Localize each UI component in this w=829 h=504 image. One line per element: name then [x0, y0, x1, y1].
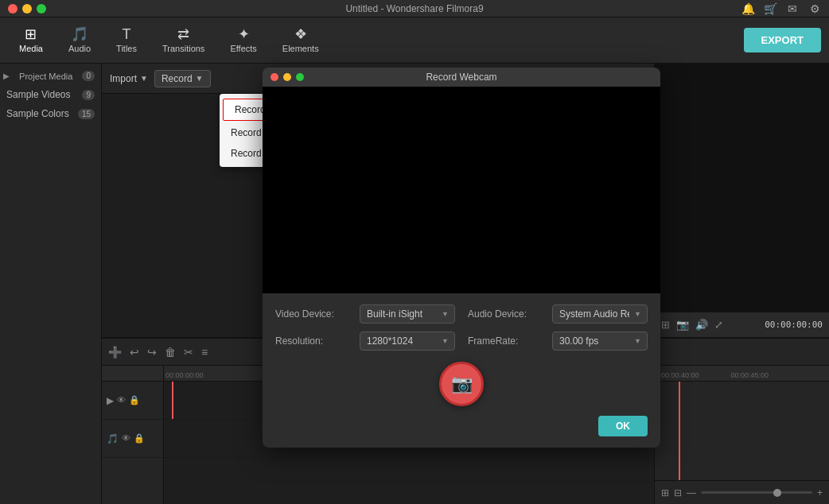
tab-effects[interactable]: ✦ Effects [219, 22, 267, 58]
delete-icon[interactable]: 🗑 [165, 346, 176, 359]
split-icon[interactable]: ≡ [201, 346, 208, 359]
tab-transitions[interactable]: ⇄ Transitions [151, 22, 216, 58]
modal-titlebar: Record Webcam [263, 68, 660, 87]
audio-device-select[interactable]: System Audio Recorder [552, 304, 648, 324]
video-track-icon: ▶ [107, 395, 114, 406]
sample-colors-label: Sample Colors [6, 108, 69, 119]
modal-minimize-button[interactable] [283, 73, 291, 81]
video-device-label: Video Device: [275, 308, 347, 320]
traffic-lights [8, 4, 46, 14]
prev-icon[interactable]: ⊟ [674, 487, 682, 498]
elements-icon: ❖ [294, 27, 307, 41]
import-button[interactable]: Import ▼ [110, 73, 148, 84]
fullscreen-icon[interactable]: ⤢ [714, 319, 723, 331]
record-arrow-icon: ▼ [196, 74, 204, 83]
cut-icon[interactable]: ✂ [184, 346, 193, 359]
titlebar-icons: 🔔 🛒 ✉ ⚙ [741, 2, 821, 15]
undo-add-icon[interactable]: ➕ [108, 346, 122, 359]
audio-lock-icon[interactable]: 🔒 [134, 433, 145, 444]
ruler-tick-0: 00:00:00:00 [165, 371, 204, 379]
modal-traffic-lights [270, 73, 304, 81]
zoom-slider[interactable] [701, 491, 812, 494]
resolution-select-wrap: 1280*1024 [360, 331, 455, 351]
sidebar-item-sample-colors[interactable]: Sample Colors 15 [0, 104, 101, 123]
record-round-button[interactable]: 📷 [439, 362, 484, 406]
ruler-spacer [102, 366, 163, 382]
video-device-row: Video Device: Built-in iSight Audio Devi… [275, 304, 648, 324]
preview-icons: ⊞ 📷 🔊 ⤢ [661, 319, 723, 331]
timeline-right-track [655, 382, 829, 480]
zoom-in-icon[interactable]: + [817, 487, 823, 498]
audio-icon: 🎵 [71, 27, 88, 41]
tab-elements[interactable]: ❖ Elements [271, 22, 330, 58]
record-button-container: 📷 [263, 359, 660, 411]
preview-panel: ⊞ 📷 🔊 ⤢ 00:00:00:00 [654, 64, 829, 337]
close-button[interactable] [8, 4, 18, 14]
undo-icon[interactable]: ↩ [130, 346, 139, 359]
minimize-button[interactable] [22, 4, 32, 14]
redo-icon[interactable]: ↪ [147, 346, 157, 359]
effects-icon: ✦ [238, 27, 250, 41]
eye-icon[interactable]: 👁 [117, 395, 126, 405]
audio-eye-icon[interactable]: 👁 [122, 433, 130, 444]
cart-icon[interactable]: 🛒 [764, 2, 776, 15]
camera-icon[interactable]: 📷 [676, 319, 689, 331]
resolution-select[interactable]: 1280*1024 [360, 331, 455, 351]
message-icon[interactable]: ✉ [786, 2, 799, 15]
modal-close-button[interactable] [270, 73, 278, 81]
screenshot-icon[interactable]: ⊞ [661, 319, 670, 331]
audio-label: Audio [68, 44, 91, 53]
track-label-audio: 🎵 👁 🔒 [102, 420, 163, 458]
transitions-label: Transitions [162, 44, 204, 53]
export-button[interactable]: EXPORT [744, 28, 821, 52]
transitions-icon: ⇄ [177, 27, 189, 41]
right-playhead [679, 382, 680, 480]
sidebar-item-sample-videos[interactable]: Sample Videos 9 [0, 85, 101, 104]
media-label: Media [19, 44, 43, 53]
tab-media[interactable]: ⊞ Media [8, 22, 54, 58]
zoom-thumb [773, 489, 781, 497]
modal-maximize-button[interactable] [296, 73, 304, 81]
ok-button[interactable]: OK [598, 416, 648, 436]
track-labels: ▶ 👁 🔒 🎵 👁 🔒 [102, 366, 164, 504]
lock-icon[interactable]: 🔒 [129, 395, 140, 405]
settings-icon[interactable]: ⚙ [808, 2, 821, 15]
tab-titles[interactable]: T Titles [105, 22, 148, 58]
track-label-video: ▶ 👁 🔒 [102, 382, 163, 420]
record-webcam-modal[interactable]: Record Webcam Video Device: Built-in iSi… [263, 68, 660, 448]
main-toolbar: ⊞ Media 🎵 Audio T Titles ⇄ Transitions ✦… [0, 17, 829, 64]
zoom-out-icon[interactable]: — [687, 487, 696, 498]
media-icon: ⊞ [25, 27, 37, 41]
window-title: Untitled - Wondershare Filmora9 [345, 3, 483, 14]
titles-icon: T [123, 27, 131, 41]
effects-label: Effects [230, 44, 256, 53]
project-media-label: Project Media [19, 72, 72, 81]
titlebar: Untitled - Wondershare Filmora9 🔔 🛒 ✉ ⚙ [0, 0, 829, 17]
preview-area [655, 64, 829, 312]
volume-icon[interactable]: 🔊 [695, 319, 708, 331]
elements-label: Elements [282, 44, 319, 53]
preview-controls: ⊞ 📷 🔊 ⤢ 00:00:00:00 [655, 312, 829, 337]
timeline-right-panel: 00:00:40:00 00:00:45:00 ⊞ ⊟ — + [654, 366, 829, 504]
sidebar-item-project-media[interactable]: ▶ Project Media 0 [0, 67, 101, 85]
webcam-preview [263, 87, 660, 293]
maximize-button[interactable] [37, 4, 46, 14]
modal-title: Record Webcam [426, 72, 496, 83]
snapshot-icon[interactable]: ⊞ [661, 487, 669, 498]
framerate-label: FrameRate: [468, 335, 539, 347]
timecode: 00:00:00:00 [765, 320, 823, 330]
framerate-select[interactable]: 30.00 fps [552, 331, 648, 351]
video-device-select-wrap: Built-in iSight [360, 304, 455, 324]
import-arrow-icon: ▼ [140, 74, 148, 83]
project-media-badge: 0 [82, 71, 95, 81]
modal-footer: OK [263, 411, 660, 448]
resolution-label: Resolution: [275, 335, 347, 347]
record-button[interactable]: Record ▼ [154, 70, 211, 87]
right-tick-1: 00:00:45:00 [731, 371, 769, 379]
bell-icon[interactable]: 🔔 [741, 2, 754, 15]
video-device-select[interactable]: Built-in iSight [360, 304, 455, 324]
tab-audio[interactable]: 🎵 Audio [57, 22, 102, 58]
sidebar-arrow: ▶ [3, 72, 10, 80]
record-label: Record [162, 73, 193, 84]
audio-device-select-wrap: System Audio Recorder [552, 304, 648, 324]
